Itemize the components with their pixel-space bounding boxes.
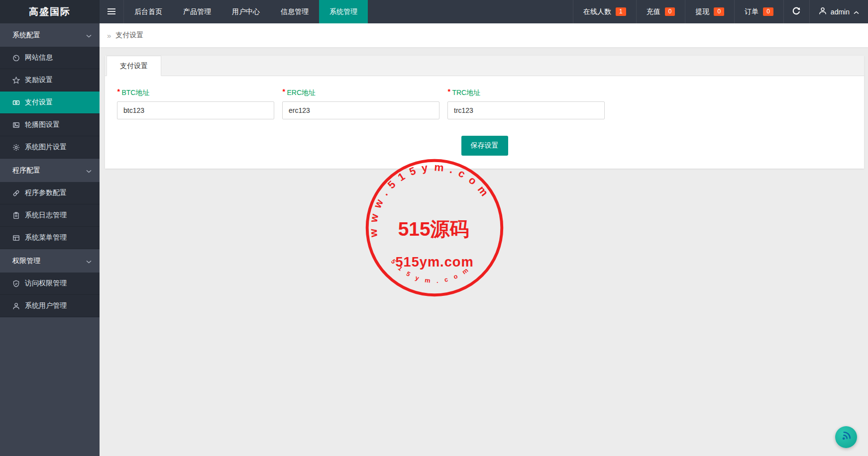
sound-waves-icon [839, 429, 854, 446]
top-header: 高盛国际 后台首页 产品管理 用户中心 信息管理 系统管理 在线人数 1 充值 … [0, 0, 868, 23]
sidebar-item-label: 系统图片设置 [25, 143, 67, 152]
gauge-icon [12, 54, 20, 62]
save-settings-button[interactable]: 保存设置 [461, 136, 508, 156]
log-icon [12, 212, 20, 219]
topnav-item-products[interactable]: 产品管理 [173, 0, 221, 23]
stat-label: 在线人数 [583, 7, 611, 16]
stat-label: 订单 [745, 7, 759, 16]
sidebar-item-system-logs[interactable]: 系统日志管理 [0, 204, 100, 227]
sidebar-item-label: 系统用户管理 [25, 301, 67, 310]
sidebar-item-label: 轮播图设置 [25, 120, 60, 129]
admin-user-menu[interactable]: admin [809, 0, 868, 23]
tab-payment-settings[interactable]: 支付设置 [107, 56, 161, 76]
chevron-down-icon [86, 257, 92, 265]
sidebar-item-label: 支付设置 [25, 98, 53, 107]
star-icon [12, 77, 20, 84]
sidebar-item-label: 网站信息 [25, 53, 53, 62]
sidebar-item-label: 程序参数配置 [25, 188, 67, 197]
stat-withdraw[interactable]: 提现 0 [685, 0, 734, 23]
sidebar-item-label: 系统菜单管理 [25, 233, 67, 242]
stat-label: 提现 [695, 7, 709, 16]
refresh-button[interactable] [783, 0, 809, 23]
stat-badge: 0 [763, 7, 773, 16]
topnav-item-info[interactable]: 信息管理 [270, 0, 319, 23]
trc-address-field: *TRC地址 [447, 89, 605, 119]
topnav-item-dashboard[interactable]: 后台首页 [124, 0, 173, 23]
btc-address-label: *BTC地址 [117, 89, 274, 97]
sidebar-item-access-permissions[interactable]: 访问权限管理 [0, 273, 100, 295]
refresh-icon [792, 6, 801, 17]
form-row: *BTC地址 *ERC地址 *TRC地址 [117, 89, 852, 119]
admin-screen: 高盛国际 后台首页 产品管理 用户中心 信息管理 系统管理 在线人数 1 充值 … [0, 0, 868, 456]
sidebar-item-payment-settings[interactable]: 支付设置 [0, 91, 100, 114]
topnav-item-system[interactable]: 系统管理 [319, 0, 368, 23]
sidebar-item-label: 系统日志管理 [25, 211, 67, 220]
money-icon [12, 99, 20, 106]
image-icon [12, 121, 20, 129]
trc-address-label: *TRC地址 [447, 89, 605, 97]
stat-label: 充值 [647, 7, 660, 16]
sidebar-item-program-params[interactable]: 程序参数配置 [0, 182, 100, 204]
sidebar-group-program-config[interactable]: 程序配置 [0, 159, 100, 182]
header-spacer [368, 0, 573, 23]
chevron-down-icon [86, 31, 92, 39]
stat-badge: 0 [714, 7, 724, 16]
sidebar-group-permissions[interactable]: 权限管理 [0, 249, 100, 273]
erc-address-field: *ERC地址 [282, 89, 439, 119]
required-asterisk: * [117, 88, 119, 95]
stat-recharge[interactable]: 充值 0 [636, 0, 685, 23]
sidebar-item-system-menus[interactable]: 系统菜单管理 [0, 227, 100, 249]
shield-check-icon [12, 280, 20, 287]
gear-icon [12, 144, 20, 151]
sidebar-toggle-button[interactable] [100, 0, 124, 23]
chevron-up-icon [854, 8, 859, 16]
breadcrumb-current: 支付设置 [115, 31, 143, 40]
tab-strip: 支付设置 [105, 56, 864, 76]
stat-badge: 1 [616, 7, 626, 16]
sidebar-group-system-config[interactable]: 系统配置 [0, 23, 100, 47]
sidebar-item-system-images[interactable]: 系统图片设置 [0, 136, 100, 159]
breadcrumb: » 支付设置 [100, 23, 868, 47]
stat-orders[interactable]: 订单 0 [734, 0, 783, 23]
sidebar-item-label: 奖励设置 [25, 76, 53, 85]
sidebar-item-label: 访问权限管理 [25, 279, 67, 288]
stat-online-users[interactable]: 在线人数 1 [573, 0, 636, 23]
main-content: » 支付设置 支付设置 *BTC地址 [100, 23, 868, 456]
required-asterisk: * [282, 88, 285, 95]
button-row: 保存设置 [117, 136, 852, 156]
breadcrumb-arrow-icon: » [107, 31, 111, 40]
sound-widget-button[interactable] [835, 426, 857, 448]
sidebar: 系统配置 网站信息 奖励设置 支付设置 [0, 23, 100, 456]
payment-settings-card: 支付设置 *BTC地址 *ERC地址 [105, 56, 864, 169]
menu-window-icon [12, 234, 20, 242]
stat-badge: 0 [665, 7, 675, 16]
required-asterisk: * [447, 88, 450, 95]
link-icon [12, 189, 20, 197]
topnav-item-users[interactable]: 用户中心 [221, 0, 270, 23]
sidebar-item-system-users[interactable]: 系统用户管理 [0, 295, 100, 317]
hamburger-icon [108, 7, 115, 16]
admin-username: admin [831, 8, 850, 16]
user-icon [819, 7, 827, 16]
sidebar-item-carousel-settings[interactable]: 轮播图设置 [0, 114, 100, 136]
user-icon [12, 302, 20, 310]
erc-address-input[interactable] [282, 101, 439, 119]
erc-address-label: *ERC地址 [282, 89, 439, 97]
payment-settings-form: *BTC地址 *ERC地址 *TRC地址 [105, 76, 864, 169]
trc-address-input[interactable] [447, 101, 605, 119]
btc-address-field: *BTC地址 [117, 89, 274, 119]
chevron-down-icon [86, 167, 92, 175]
sidebar-item-site-info[interactable]: 网站信息 [0, 47, 100, 69]
btc-address-input[interactable] [117, 101, 274, 119]
sidebar-item-reward-settings[interactable]: 奖励设置 [0, 69, 100, 91]
brand-logo: 高盛国际 [0, 0, 100, 23]
